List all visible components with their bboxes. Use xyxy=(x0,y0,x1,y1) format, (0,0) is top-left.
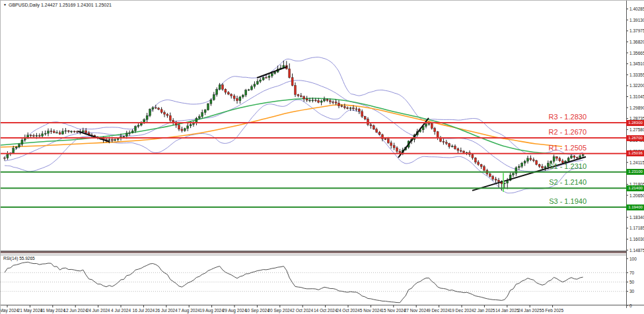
bearish-candle xyxy=(341,106,343,107)
bearish-candle xyxy=(318,100,320,102)
date-axis-label: 10 Sep 2024 xyxy=(245,308,269,313)
chart-window[interactable]: ▼GBPUSD,Daily 1.24427 1.25169 1.24301 1.… xyxy=(0,0,644,314)
level-badge-s1: 1.23100 xyxy=(626,169,644,175)
bearish-candle xyxy=(542,166,544,168)
bearish-candle xyxy=(373,126,375,129)
bearish-candle xyxy=(227,92,229,94)
bearish-candle xyxy=(454,146,456,149)
bearish-candle xyxy=(573,156,575,157)
price-axis-label: 1.37975 xyxy=(629,28,644,33)
bullish-candle xyxy=(256,81,258,84)
price-chart-canvas[interactable] xyxy=(1,1,644,314)
bearish-candle xyxy=(460,150,462,151)
bearish-candle xyxy=(338,103,340,106)
bullish-candle xyxy=(521,163,523,166)
price-axis-label: 1.31045 xyxy=(629,94,644,99)
slow-ma-line[interactable] xyxy=(1,105,562,147)
bollinger-middle-band[interactable] xyxy=(5,80,583,172)
bearish-candle xyxy=(303,96,305,99)
bullish-candle xyxy=(44,133,46,134)
rsi-plot-area[interactable] xyxy=(1,262,626,303)
level-label-s2[interactable]: S2 - 1.2140 xyxy=(549,178,587,186)
bearish-candle xyxy=(231,94,233,96)
level-label-r2[interactable]: R2 - 1.2670 xyxy=(549,128,587,136)
bearish-candle xyxy=(399,151,401,152)
level-badge-s2: 1.21400 xyxy=(626,185,644,191)
level-label-s1[interactable]: S1 - 1.2310 xyxy=(549,162,587,170)
date-axis-label: 24 Jun 2024 xyxy=(87,308,110,313)
bearish-candle xyxy=(396,148,398,151)
bullish-candle xyxy=(13,148,15,153)
bearish-candle xyxy=(364,117,366,119)
level-label-s3[interactable]: S3 - 1.1940 xyxy=(549,197,587,205)
bullish-candle xyxy=(129,133,131,133)
bollinger-upper-band[interactable] xyxy=(5,57,583,156)
bearish-candle xyxy=(370,125,372,126)
bearish-candle xyxy=(498,180,500,181)
date-axis-label: 15 Nov 2024 xyxy=(381,308,406,313)
bullish-candle xyxy=(207,104,209,110)
bearish-candle xyxy=(85,131,87,133)
level-badge-s3: 1.19400 xyxy=(626,204,644,210)
bearish-candle xyxy=(387,139,389,143)
bullish-candle xyxy=(553,157,555,162)
bearish-candle xyxy=(390,142,392,145)
bullish-candle xyxy=(274,72,276,73)
price-axis-label: 1.36820 xyxy=(629,40,644,44)
bullish-candle xyxy=(48,131,50,133)
bullish-candle xyxy=(213,94,215,100)
bearish-candle xyxy=(495,179,497,180)
price-axis-label: 1.24115 xyxy=(629,160,644,165)
bullish-candle xyxy=(137,125,139,127)
bearish-candle xyxy=(169,115,171,120)
level-label-r3[interactable]: R3 - 1.2830 xyxy=(549,113,587,121)
main-plot-area[interactable] xyxy=(1,57,586,193)
bearish-candle xyxy=(335,102,337,104)
price-axis-label: 1.32200 xyxy=(629,83,644,88)
bearish-candle xyxy=(4,158,6,158)
bearish-candle xyxy=(440,139,442,142)
date-axis-label: 5 Feb 2025 xyxy=(542,308,563,313)
bullish-candle xyxy=(428,123,430,124)
triangle-down-icon[interactable]: ▼ xyxy=(3,3,7,7)
bearish-candle xyxy=(576,158,578,158)
bullish-candle xyxy=(18,144,20,147)
panel-splitter[interactable] xyxy=(1,251,626,253)
bullish-candle xyxy=(571,156,573,158)
bullish-candle xyxy=(248,90,250,90)
bullish-candle xyxy=(518,166,520,168)
bullish-candle xyxy=(544,167,546,168)
bullish-candle xyxy=(82,131,84,132)
date-axis-label: 9 May 2024 xyxy=(0,308,18,313)
bullish-candle xyxy=(114,140,116,141)
price-axis-label: 1.14875 xyxy=(629,248,644,253)
level-badge-r2: 1.26700 xyxy=(626,135,644,141)
bullish-candle xyxy=(135,127,137,131)
bullish-candle xyxy=(271,73,273,76)
price-axis-label: 1.39130 xyxy=(629,18,644,22)
date-axis-label: 14 Oct 2024 xyxy=(314,308,337,313)
bearish-candle xyxy=(33,136,35,137)
bearish-candle xyxy=(158,108,160,110)
bullish-candle xyxy=(527,158,529,162)
bearish-candle xyxy=(457,149,459,150)
bearish-candle xyxy=(166,114,168,115)
bullish-candle xyxy=(567,158,569,161)
bearish-candle xyxy=(480,164,482,166)
price-axis-label: 1.17185 xyxy=(629,226,644,230)
chart-title: ▼GBPUSD,Daily 1.24427 1.25169 1.24301 1.… xyxy=(3,3,112,7)
bullish-candle xyxy=(56,133,58,133)
bullish-candle xyxy=(7,154,9,158)
bearish-candle xyxy=(556,157,558,158)
bearish-candle xyxy=(384,139,386,140)
bullish-candle xyxy=(582,155,584,156)
bullish-candle xyxy=(123,137,125,137)
level-label-r1[interactable]: R1 - 1.2505 xyxy=(549,144,587,152)
date-axis-label: 4 Jul 2024 xyxy=(111,308,131,313)
date-axis-label: 20 Sep 2024 xyxy=(268,308,292,313)
bullish-candle xyxy=(131,131,133,133)
bearish-candle xyxy=(222,85,224,90)
date-axis-label: 14 Jan 2025 xyxy=(495,308,519,313)
date-axis-label: 26 Jul 2024 xyxy=(155,308,178,313)
bullish-candle xyxy=(125,133,127,137)
